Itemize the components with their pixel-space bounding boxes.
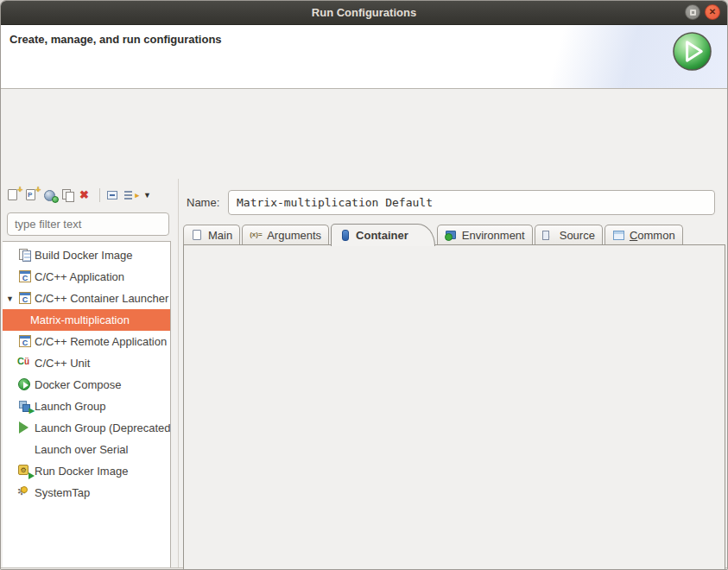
tab-main[interactable]: Main	[183, 225, 240, 245]
container-tab-icon	[339, 229, 352, 242]
new-launch-prototype-icon[interactable]: P+	[24, 187, 40, 203]
maximize-icon	[690, 10, 696, 16]
launch-group-deprecated-icon	[17, 421, 34, 435]
tree-item-launch-group[interactable]: ▶ Launch Group	[3, 396, 170, 417]
tree-item-c-remote-application[interactable]: C/C++ Remote Application	[3, 331, 170, 352]
c-application-icon	[17, 334, 34, 349]
close-button[interactable]: ✕	[705, 4, 720, 20]
tree-item-run-docker-image[interactable]: ⚙ Run Docker Image	[3, 460, 170, 482]
name-label: Name:	[187, 196, 219, 209]
run-launch-icon	[672, 31, 712, 72]
tree-item-docker-compose[interactable]: Docker Compose	[3, 374, 170, 396]
filter-launch-configurations-icon[interactable]: ▸	[123, 187, 139, 203]
maximize-button[interactable]	[685, 4, 700, 20]
tab-bar: Main (x)= Arguments Container Environmen…	[183, 223, 685, 245]
run-configurations-dialog: Run Configurations ✕ Create, manage, and…	[0, 0, 728, 570]
tree-item-c-application[interactable]: C/C++ Application	[3, 266, 170, 288]
launch-group-icon: ▶	[17, 399, 34, 414]
common-tab-icon	[612, 229, 626, 242]
source-tab-icon: ✎	[542, 229, 556, 242]
banner: Create, manage, and run configurations	[1, 25, 727, 89]
cunit-icon: C	[17, 356, 34, 370]
tree-item-build-docker-image[interactable]: Build Docker Image	[3, 244, 170, 266]
docker-image-icon	[17, 248, 34, 263]
titlebar[interactable]: Run Configurations ✕	[1, 1, 727, 25]
tree-item-matrix-multiplication[interactable]: Matrix-multiplication	[3, 309, 170, 331]
duplicate-launch-configuration-icon[interactable]	[60, 187, 76, 203]
window-title: Run Configurations	[312, 6, 416, 19]
main-tab-icon	[191, 229, 205, 242]
tree-item-launch-over-serial[interactable]: Launch over Serial	[3, 439, 170, 460]
docker-compose-icon	[17, 377, 34, 392]
new-launch-configuration-icon[interactable]: +	[6, 187, 22, 203]
tab-arguments[interactable]: (x)= Arguments	[242, 225, 329, 245]
toolbar-separator	[99, 188, 100, 202]
delete-launch-configuration-icon[interactable]: ✖	[79, 187, 94, 203]
export-launch-configurations-icon[interactable]	[42, 187, 58, 203]
view-menu-icon[interactable]: ▼	[142, 191, 153, 200]
arguments-tab-icon: (x)=	[250, 229, 263, 242]
filter-input[interactable]	[7, 212, 169, 236]
run-docker-image-icon: ⚙	[17, 464, 34, 478]
configuration-tree[interactable]: Build Docker Image C/C++ Application ▼ C…	[3, 241, 171, 570]
tab-container[interactable]: Container	[331, 224, 435, 246]
environment-tab-icon	[445, 229, 459, 242]
tree-item-c-unit[interactable]: C C/C++ Unit	[3, 352, 170, 374]
c-application-icon	[17, 291, 34, 306]
launch-toolbar: + P+ ✖ ▸ ▼	[6, 185, 153, 206]
systemtap-icon: ✻	[17, 485, 34, 500]
banner-heading: Create, manage, and run configurations	[9, 33, 222, 46]
container-tab-panel	[183, 244, 725, 570]
tree-expander-icon[interactable]: ▼	[3, 294, 17, 303]
tab-source[interactable]: ✎ Source	[535, 225, 603, 245]
tree-item-systemtap[interactable]: ✻ SystemTap	[3, 482, 170, 504]
name-input[interactable]	[228, 190, 715, 215]
tree-item-c-container-launcher[interactable]: ▼ C/C++ Container Launcher	[3, 288, 170, 309]
tab-common[interactable]: Common	[605, 225, 683, 245]
panel-splitter[interactable]	[178, 179, 179, 570]
tab-environment[interactable]: Environment	[437, 225, 533, 245]
collapse-all-icon[interactable]	[105, 187, 121, 203]
tree-item-launch-group-deprecated[interactable]: Launch Group (Deprecated)	[3, 417, 170, 439]
close-icon: ✕	[709, 8, 716, 16]
main-area: + P+ ✖ ▸ ▼ Build Docker Image C/C++ Appl…	[1, 89, 727, 567]
c-application-icon	[17, 269, 34, 284]
